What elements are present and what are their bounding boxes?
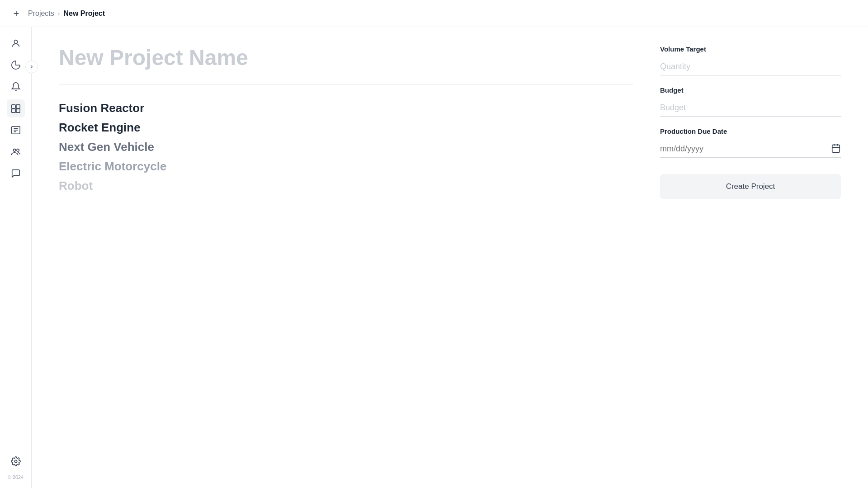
tasks-icon[interactable] — [7, 121, 25, 139]
copyright-text: © 2024 — [8, 474, 24, 481]
team-icon[interactable] — [7, 143, 25, 161]
right-panel: Volume Target Budget Production Due Date — [660, 45, 841, 470]
svg-rect-9 — [832, 145, 840, 153]
quantity-input[interactable] — [660, 58, 841, 75]
budget-input[interactable] — [660, 99, 841, 117]
topbar: + Projects › New Project — [0, 0, 868, 27]
add-button[interactable]: + — [9, 6, 24, 21]
svg-point-7 — [16, 149, 19, 152]
date-field-wrapper — [660, 141, 841, 158]
suggestion-rocket-engine[interactable]: Rocket Engine — [59, 119, 633, 136]
svg-rect-1 — [11, 105, 15, 108]
volume-target-field: Volume Target — [660, 45, 841, 75]
breadcrumb-separator: › — [58, 10, 60, 17]
suggestion-list: Fusion Reactor Rocket Engine Next Gen Ve… — [59, 99, 633, 195]
budget-field: Budget — [660, 86, 841, 117]
settings-icon[interactable] — [7, 452, 25, 470]
breadcrumb: Projects › New Project — [28, 9, 105, 18]
chat-icon[interactable] — [7, 164, 25, 183]
suggestion-next-gen-vehicle[interactable]: Next Gen Vehicle — [59, 138, 633, 156]
avatar-icon[interactable] — [7, 34, 25, 52]
svg-point-8 — [14, 460, 17, 463]
content-area: Fusion Reactor Rocket Engine Next Gen Ve… — [32, 27, 868, 488]
sidebar-toggle[interactable] — [25, 61, 38, 73]
project-name-input[interactable] — [59, 45, 633, 70]
main-layout: © 2024 Fusion Reactor Rocket Engine Next… — [0, 27, 868, 488]
suggestion-electric-motorcycle[interactable]: Electric Motorcycle — [59, 158, 633, 175]
create-project-button[interactable]: Create Project — [660, 174, 841, 199]
due-date-field: Production Due Date — [660, 127, 841, 158]
suggestion-fusion-reactor[interactable]: Fusion Reactor — [59, 99, 633, 117]
svg-rect-4 — [16, 109, 19, 113]
breadcrumb-projects[interactable]: Projects — [28, 9, 54, 18]
svg-point-0 — [14, 40, 17, 43]
svg-point-6 — [13, 149, 16, 152]
left-panel: Fusion Reactor Rocket Engine Next Gen Ve… — [59, 45, 633, 470]
notifications-icon[interactable] — [7, 78, 25, 96]
breadcrumb-current: New Project — [63, 9, 105, 18]
volume-target-label: Volume Target — [660, 45, 841, 53]
divider — [59, 84, 633, 85]
projects-icon[interactable] — [7, 99, 25, 117]
analytics-icon[interactable] — [7, 56, 25, 74]
calendar-icon[interactable] — [831, 143, 841, 155]
due-date-label: Production Due Date — [660, 127, 841, 135]
svg-rect-3 — [11, 109, 15, 113]
budget-label: Budget — [660, 86, 841, 94]
suggestion-robot[interactable]: Robot — [59, 177, 633, 195]
svg-rect-2 — [16, 105, 19, 108]
due-date-input[interactable] — [660, 141, 841, 158]
sidebar: © 2024 — [0, 27, 32, 488]
plus-icon: + — [14, 8, 19, 19]
